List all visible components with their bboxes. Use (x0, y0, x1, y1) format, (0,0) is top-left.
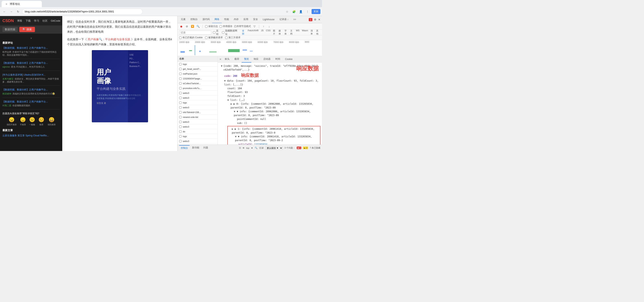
net-checkbox-13[interactable] (179, 126, 182, 128)
comment-title-3[interactable]: 【数据挖掘、数据分析】之用户画像平台... (2, 88, 60, 91)
preserve-log-checkbox[interactable]: 保留日志 (205, 25, 218, 28)
item1-toggle[interactable]: ▶ (232, 128, 233, 130)
filter-other[interactable]: 其他 (315, 29, 320, 36)
record-btn[interactable]: ⏺ (179, 24, 183, 28)
url-bar[interactable] (22, 9, 142, 15)
tab-close[interactable]: ✕ (5, 2, 8, 5)
btab-issues[interactable]: 问题 (202, 145, 210, 151)
clear-btn[interactable]: ⊘ (185, 24, 189, 28)
tab-elements[interactable]: 元素 (178, 16, 188, 23)
net-checkbox-15[interactable] (179, 135, 182, 138)
btab-whatsnew[interactable]: 新功能 (190, 145, 201, 151)
net-checkbox-16[interactable] (179, 140, 182, 142)
article-link-0[interactable]: 云原生微服务 第五章 Spring Cloud Netflix... (2, 134, 60, 137)
btab-console[interactable]: 控制台 (179, 145, 190, 151)
blocked-req-input[interactable] (205, 36, 208, 39)
hide-data-urls-checkbox[interactable]: 隐藏数据网址 (222, 29, 238, 36)
dtab-payload[interactable]: 载荷 (232, 56, 242, 63)
dtab-preview[interactable]: 预览 (242, 56, 251, 63)
filter-img[interactable]: 图片 (272, 29, 277, 36)
back-button[interactable]: ← (2, 9, 7, 14)
dtab-cookies[interactable]: Cookie (283, 56, 295, 63)
net-item-4[interactable]: isCollect?articlel... (178, 81, 218, 86)
tab-lighthouse[interactable]: Lighthouse (260, 16, 277, 23)
item1info-toggle[interactable]: ▼ (235, 135, 236, 138)
emoji-item-0[interactable]: 😠 强烈不推荐 (7, 117, 17, 126)
net-checkbox-7[interactable] (179, 97, 182, 99)
net-checkbox-8[interactable] (179, 102, 182, 104)
net-item-1[interactable]: get_head_word?... (178, 67, 218, 71)
dropdown-icon[interactable]: ▼ (251, 147, 253, 149)
detail-close-icon[interactable]: ✕ (219, 58, 222, 61)
net-checkbox-2[interactable] (179, 73, 182, 75)
net-item-9[interactable]: webv3 (178, 105, 218, 110)
third-party-checkbox[interactable]: 第三方请求 (225, 36, 240, 39)
tab-security[interactable]: 安全 (251, 16, 260, 23)
profile-button[interactable]: 👤 (298, 9, 304, 14)
search-icon[interactable]: 🔍 (196, 24, 200, 28)
tab-sources[interactable]: 源代码 (200, 16, 212, 23)
net-checkbox-0[interactable] (179, 63, 182, 65)
filter-icon[interactable]: 🔽 (190, 24, 194, 28)
search-btn[interactable]: 🔍 搜索 (19, 27, 35, 32)
net-checkbox-1[interactable] (179, 68, 182, 70)
url-input[interactable] (25, 10, 140, 13)
console-selector[interactable]: top (246, 147, 249, 149)
tab-more[interactable]: >> (291, 16, 298, 23)
emoji-item-1[interactable]: 😞 不推荐 (20, 117, 26, 126)
data-toggle[interactable]: ▼ (224, 79, 226, 82)
export-btn[interactable]: ↓ (267, 24, 271, 28)
item0info-toggle[interactable]: ▼ (234, 110, 235, 113)
more-button[interactable]: ⋮ (305, 9, 310, 14)
filter-fetchxhr[interactable]: Fetch/XHR (247, 29, 259, 36)
root-toggle[interactable]: ▼ (221, 64, 223, 68)
update-button[interactable]: 更新 (312, 9, 320, 14)
blocked-cookie-input[interactable] (179, 36, 182, 39)
net-item-2[interactable]: redPacket.json (178, 71, 218, 76)
net-checkbox-4[interactable] (179, 82, 182, 85)
comment-title-0[interactable]: 【数据挖掘、数据分析】之用户画像平台... (2, 46, 60, 50)
net-checkbox-10[interactable] (179, 111, 182, 114)
comment-title-4[interactable]: 【数据挖掘、数据分析】之用户画像平台... (2, 100, 60, 104)
net-item-5[interactable]: promotion-info?u... (178, 86, 218, 91)
nav-gitcode[interactable]: GitCode (51, 19, 60, 22)
browser-tab[interactable]: ✕ 博客地址 (2, 1, 42, 7)
comment-title-1[interactable]: 【数据挖掘、数据分析】之用户画像平台... (2, 61, 60, 65)
net-item-logs-1[interactable]: logs (178, 100, 218, 105)
nav-learn[interactable]: 学习 (34, 19, 39, 23)
invert-checkbox[interactable]: 反转 (213, 29, 220, 36)
net-checkbox-12[interactable] (179, 121, 182, 123)
list-toggle[interactable]: ▼ (228, 99, 229, 102)
settings-icon[interactable]: ⚙ (313, 18, 317, 22)
invert-input[interactable] (213, 31, 215, 34)
tab-memory[interactable]: 内存 (232, 16, 241, 23)
nav-blog[interactable]: 博客 (17, 19, 22, 23)
net-checkbox-9[interactable] (179, 106, 182, 109)
filter-doc[interactable]: 文档 (290, 29, 294, 36)
dtab-response[interactable]: 响应 (251, 56, 261, 63)
dropdown-arrow[interactable]: ∨ (2, 37, 60, 39)
nav-download[interactable]: 下载 (26, 19, 31, 23)
data-mining-btn[interactable]: 数据挖掘 (2, 27, 18, 32)
filter-wasm[interactable]: Wasm (301, 29, 309, 36)
filter-font[interactable]: 字体 (284, 29, 289, 36)
third-party-input[interactable] (225, 36, 228, 39)
net-checkbox-11[interactable] (179, 116, 182, 118)
filter-input[interactable] (179, 30, 211, 34)
filter-media[interactable]: 媒体 (278, 29, 283, 36)
blocked-req-checkbox[interactable]: 被屏蔽的请求 (205, 36, 223, 39)
refresh-button[interactable]: ↻ (15, 9, 21, 14)
filter-all[interactable]: 全部 (241, 29, 246, 36)
net-checkbox-6[interactable] (179, 92, 182, 94)
tab-performance[interactable]: 性能 (222, 16, 232, 23)
import-btn[interactable]: ↑ (262, 24, 266, 28)
net-item-6[interactable]: webv3 (178, 91, 218, 95)
net-checkbox-14[interactable] (179, 130, 182, 133)
dtab-headers[interactable]: 标头 (222, 56, 232, 63)
net-checkbox-3[interactable] (179, 77, 182, 80)
net-item-3[interactable]: 133265834?page... (178, 76, 218, 81)
blocked-cookie-checkbox[interactable]: 有已拦截的 Cookie (179, 36, 203, 39)
emoji-item-2[interactable]: 😐 一般般 (29, 117, 35, 126)
filter-ws[interactable]: WS (295, 29, 300, 36)
item0-toggle[interactable]: ▶ (230, 103, 232, 105)
